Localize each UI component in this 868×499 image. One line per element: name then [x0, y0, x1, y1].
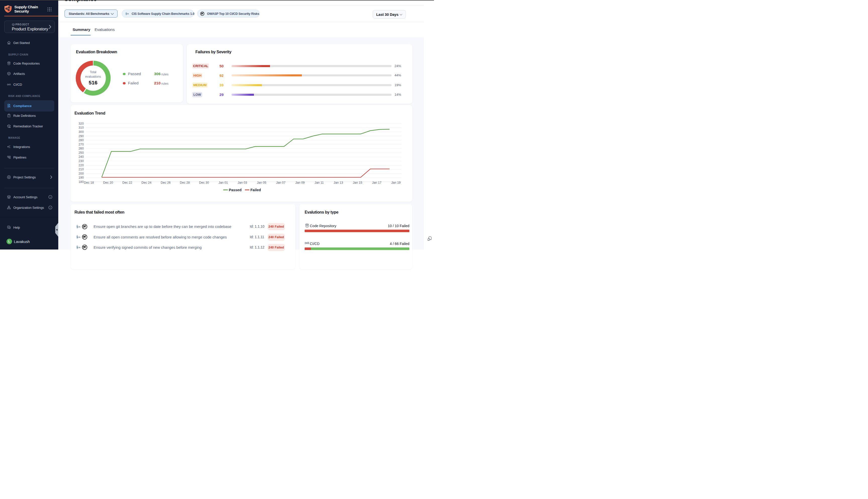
svg-text:Dec 28: Dec 28 [180, 181, 190, 184]
svg-text:Jan 17: Jan 17 [372, 181, 382, 184]
svg-text:240: 240 [78, 155, 84, 159]
svg-text:Dec 18: Dec 18 [84, 181, 94, 184]
svg-text:Jan 07: Jan 07 [276, 181, 286, 184]
svg-text:270: 270 [78, 143, 84, 146]
svg-text:190: 190 [78, 176, 84, 179]
svg-text:Jan 01: Jan 01 [218, 181, 228, 184]
svg-text:200: 200 [78, 172, 84, 175]
svg-text:230: 230 [78, 159, 84, 162]
svg-text:?: ? [8, 226, 9, 228]
svg-text:220: 220 [78, 163, 84, 167]
svg-text:CIS: CIS [77, 236, 80, 238]
svg-text:Jan 13: Jan 13 [334, 181, 343, 184]
svg-text:310: 310 [78, 126, 84, 130]
svg-text:Dec 22: Dec 22 [122, 181, 132, 184]
svg-text:250: 250 [78, 151, 84, 154]
svg-text:300: 300 [78, 130, 84, 133]
svg-text:Jan 03: Jan 03 [238, 181, 247, 184]
svg-text:290: 290 [78, 134, 84, 138]
svg-text:Dec 30: Dec 30 [199, 181, 209, 184]
svg-text:Jan 19: Jan 19 [391, 181, 400, 184]
svg-text:Jan 05: Jan 05 [257, 181, 266, 184]
svg-text:Jan 09: Jan 09 [295, 181, 305, 184]
svg-text:280: 280 [78, 138, 84, 142]
svg-text:180: 180 [78, 180, 84, 183]
svg-text:Jan 11: Jan 11 [314, 181, 324, 184]
svg-text:210: 210 [78, 168, 84, 171]
svg-text:Dec 20: Dec 20 [103, 181, 113, 184]
svg-text:CIS: CIS [77, 226, 80, 228]
svg-text:CIS: CIS [126, 13, 129, 15]
svg-text:CIS: CIS [77, 246, 80, 248]
svg-text:Jan 15: Jan 15 [352, 181, 362, 184]
svg-text:260: 260 [78, 147, 84, 150]
svg-text:Dec 24: Dec 24 [141, 181, 151, 184]
svg-text:320: 320 [78, 122, 84, 125]
svg-text:Failed: Failed [250, 188, 261, 192]
svg-text:Passed: Passed [229, 188, 241, 192]
svg-text:Dec 26: Dec 26 [161, 181, 171, 184]
